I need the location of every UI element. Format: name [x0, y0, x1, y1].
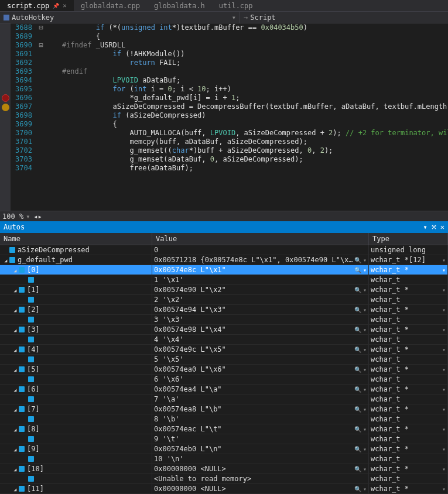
fold-toggle[interactable]: ⊟: [37, 41, 45, 50]
code-line[interactable]: if (*(unsigned int*)textbuf.mBuffer == 0…: [45, 23, 448, 32]
code-line[interactable]: free(aDataBuf);: [45, 164, 448, 173]
variable-row[interactable]: [8]0x00574eac L"\t"🔍▾wchar_t *▾: [0, 424, 448, 434]
expand-toggle[interactable]: [13, 266, 19, 274]
chevron-down-icon[interactable]: ▾: [363, 267, 367, 273]
variable-row[interactable]: g_default_pwd0x00571218 {0x00574e8c L"\x…: [0, 255, 448, 265]
tab-globaldata-h[interactable]: globaldata.h: [147, 0, 212, 11]
variable-row[interactable]: [11]0x00000000 <NULL>🔍▾wchar_t *▾: [0, 484, 448, 494]
chevron-down-icon[interactable]: ▾: [363, 386, 367, 393]
tab-script-cpp[interactable]: script.cpp📌✕: [0, 0, 74, 11]
expand-toggle[interactable]: [13, 325, 19, 334]
fold-toggle[interactable]: [37, 111, 45, 120]
variable-row[interactable]: 9 '\t'wchar_t: [0, 434, 448, 444]
expand-toggle[interactable]: [13, 345, 19, 354]
variable-row[interactable]: [4]0x00574e9c L"\x5"🔍▾wchar_t *▾: [0, 345, 448, 355]
visualizer-icon[interactable]: 🔍: [354, 257, 361, 263]
fold-toggle[interactable]: [37, 146, 45, 155]
close-icon[interactable]: ✕: [63, 2, 67, 9]
variable-row[interactable]: 5 '\x5'wchar_t: [0, 355, 448, 365]
code-line[interactable]: g_memset(aDataBuf, 0, aSizeDeCompressed)…: [45, 155, 448, 164]
visualizer-icon[interactable]: 🔍: [354, 366, 361, 373]
fold-toggle[interactable]: [37, 138, 45, 146]
chevron-down-icon[interactable]: ▾: [442, 426, 446, 433]
fold-gutter[interactable]: ⊟⊟: [37, 23, 45, 211]
chevron-down-icon[interactable]: ▾: [363, 466, 367, 472]
scope-dropdown[interactable]: AutoHotkey ▾: [0, 12, 240, 23]
fold-toggle[interactable]: [37, 94, 45, 102]
column-value[interactable]: Value: [152, 233, 369, 245]
variable-row[interactable]: [5]0x00574ea0 L"\x6"🔍▾wchar_t *▾: [0, 365, 448, 375]
expand-toggle[interactable]: [13, 425, 19, 433]
variable-row[interactable]: [9]0x00574eb0 L"\n"🔍▾wchar_t *▾: [0, 444, 448, 454]
close-icon[interactable]: ✕: [440, 223, 444, 231]
visualizer-icon[interactable]: 🔍: [354, 287, 361, 293]
tab-globaldata-cpp[interactable]: globaldata.cpp: [74, 0, 147, 11]
scroll-right-icon[interactable]: ▸: [38, 212, 42, 221]
zoom-level[interactable]: 100 %: [2, 212, 23, 221]
variable-row[interactable]: 7 '\a'wchar_t: [0, 394, 448, 404]
expand-toggle[interactable]: [13, 465, 19, 473]
breakpoint-icon[interactable]: [2, 104, 9, 111]
chevron-down-icon[interactable]: ▾: [363, 257, 367, 263]
visualizer-icon[interactable]: 🔍: [354, 406, 361, 413]
variable-row[interactable]: [0]0x00574e8c L"\x1"🔍▾wchar_t *▾: [0, 265, 448, 275]
code-line[interactable]: *g_default_pwd[i] = i + 1;: [45, 94, 448, 102]
code-line[interactable]: for (int i = 0; i < 10; i++): [45, 85, 448, 94]
expand-toggle[interactable]: [13, 385, 19, 393]
variable-row[interactable]: [2]0x00574e94 L"\x3"🔍▾wchar_t *▾: [0, 305, 448, 315]
column-name[interactable]: Name: [0, 233, 152, 245]
expand-toggle[interactable]: [13, 445, 19, 453]
variable-row[interactable]: 8 '\b'wchar_t: [0, 414, 448, 424]
chevron-down-icon[interactable]: ▾: [442, 406, 446, 413]
fold-toggle[interactable]: [37, 67, 45, 76]
code-line[interactable]: if (aSizeDeCompressed): [45, 111, 448, 120]
chevron-down-icon[interactable]: ▾: [363, 347, 367, 353]
fold-toggle[interactable]: [37, 32, 45, 41]
variable-row[interactable]: 2 '\x2'wchar_t: [0, 295, 448, 305]
code-line[interactable]: g_memset((char*)buff + aSizeDeCompressed…: [45, 146, 448, 155]
variable-row[interactable]: 3 '\x3'wchar_t: [0, 315, 448, 325]
tab-util-cpp[interactable]: util.cpp: [212, 0, 260, 11]
chevron-down-icon[interactable]: ▾: [442, 446, 446, 452]
breakpoint-icon[interactable]: [2, 94, 9, 102]
code-line[interactable]: {: [45, 120, 448, 129]
scroll-left-icon[interactable]: ◂: [30, 212, 37, 221]
chevron-down-icon[interactable]: ▾: [442, 466, 446, 472]
variable-row[interactable]: 1 '\x1'wchar_t: [0, 275, 448, 285]
variable-row[interactable]: <Unable to read memory>wchar_t: [0, 474, 448, 484]
chevron-down-icon[interactable]: ▾: [363, 287, 367, 293]
code-line[interactable]: #endif: [45, 67, 448, 76]
member-dropdown[interactable]: → Script: [240, 12, 448, 23]
visualizer-icon[interactable]: 🔍: [354, 386, 361, 393]
fold-toggle[interactable]: [37, 85, 45, 94]
fold-toggle[interactable]: [37, 50, 45, 59]
visualizer-icon[interactable]: 🔍: [354, 347, 361, 353]
chevron-down-icon[interactable]: ▾: [442, 386, 446, 393]
code-line[interactable]: AUTO_MALLOCA(buff, LPVOID, aSizeDeCompre…: [45, 129, 448, 138]
expand-toggle[interactable]: [13, 306, 19, 314]
chevron-down-icon[interactable]: ▾: [442, 287, 446, 293]
variable-row[interactable]: [1]0x00574e90 L"\x2"🔍▾wchar_t *▾: [0, 285, 448, 295]
expand-toggle[interactable]: [13, 405, 19, 413]
chevron-down-icon[interactable]: ▾: [442, 257, 446, 263]
breakpoint-gutter[interactable]: [0, 23, 11, 211]
chevron-down-icon[interactable]: ▾: [363, 366, 367, 373]
fold-toggle[interactable]: [37, 129, 45, 138]
fold-toggle[interactable]: [37, 155, 45, 164]
code-line[interactable]: if (!AHKModule()): [45, 50, 448, 59]
visualizer-icon[interactable]: 🔍: [354, 267, 361, 273]
code-line[interactable]: LPVOID aDataBuf;: [45, 76, 448, 85]
chevron-down-icon[interactable]: ▾: [363, 307, 367, 313]
fold-toggle[interactable]: [37, 76, 45, 85]
window-menu-icon[interactable]: ▾: [423, 223, 428, 231]
expand-toggle[interactable]: [13, 485, 19, 493]
code-line[interactable]: aSizeDeCompressed = DecompressBuffer(tex…: [45, 102, 448, 111]
expand-toggle[interactable]: [13, 365, 19, 373]
visualizer-icon[interactable]: 🔍: [354, 486, 361, 492]
chevron-down-icon[interactable]: ▾: [442, 486, 446, 492]
chevron-down-icon[interactable]: ▾: [363, 446, 367, 452]
fold-toggle[interactable]: [37, 102, 45, 111]
variable-row[interactable]: 4 '\x4'wchar_t: [0, 335, 448, 345]
chevron-down-icon[interactable]: ▾: [363, 406, 367, 413]
fold-toggle[interactable]: [37, 59, 45, 67]
